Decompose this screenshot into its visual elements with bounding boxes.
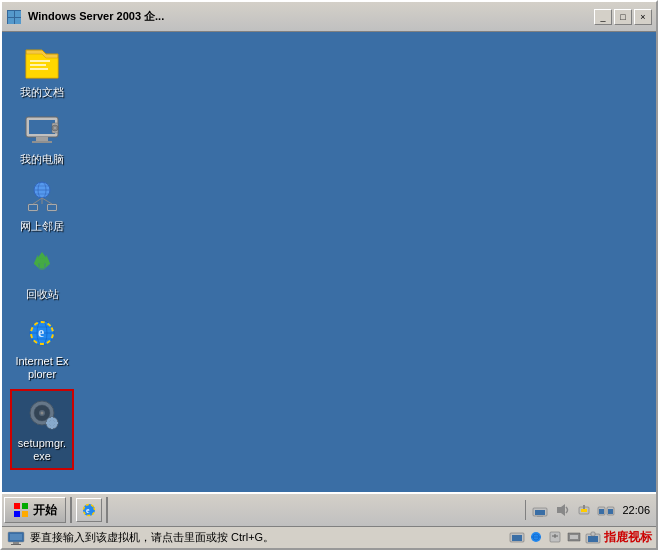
svg-rect-66 [10, 534, 22, 540]
svg-rect-55 [535, 510, 545, 515]
desktop-icon-setupmgr[interactable]: setupmgr.exe [10, 389, 74, 469]
svg-rect-80 [588, 536, 598, 542]
window-title: Windows Server 2003 企... [28, 9, 594, 24]
my-documents-label: 我的文档 [20, 86, 64, 99]
window-content: 我的文档 [2, 32, 656, 548]
ie-icon: e [22, 313, 62, 353]
window: Windows Server 2003 企... _ □ × [0, 0, 658, 550]
taskbar-separator-1 [70, 497, 72, 523]
my-computer-icon [22, 111, 62, 151]
status-icon-2[interactable] [528, 529, 544, 545]
desktop-icons-container: 我的文档 [10, 40, 74, 470]
status-icon-1[interactable] [509, 529, 525, 545]
desktop-icon-my-computer[interactable]: 我的电脑 [10, 107, 74, 170]
status-vm-icon[interactable] [6, 528, 26, 548]
svg-rect-2 [15, 11, 21, 17]
windows-logo-icon [13, 502, 29, 518]
status-icons-right: 指鹿视标 [509, 529, 652, 546]
svg-rect-48 [22, 503, 28, 509]
ie-label: Internet Explorer [14, 355, 70, 381]
window-controls: _ □ × [594, 9, 652, 25]
tray-icon-power[interactable] [574, 500, 594, 520]
svg-rect-11 [29, 120, 55, 134]
svg-rect-49 [14, 511, 20, 517]
my-documents-icon [22, 44, 62, 84]
tray-icon-network2[interactable] [596, 500, 616, 520]
network-icon [22, 178, 62, 218]
svg-line-27 [42, 198, 52, 204]
setupmgr-icon [22, 395, 62, 435]
svg-marker-57 [557, 504, 565, 516]
taskbar-separator-2 [106, 497, 108, 523]
system-tray: 22:06 [525, 500, 654, 520]
status-icon-4[interactable] [566, 529, 582, 545]
svg-rect-3 [8, 18, 14, 24]
desktop-icon-my-documents[interactable]: 我的文档 [10, 40, 74, 103]
svg-rect-68 [11, 544, 21, 545]
svg-rect-9 [30, 68, 48, 70]
quicklaunch-ie-button[interactable]: e [76, 498, 102, 522]
svg-rect-1 [8, 11, 14, 17]
svg-rect-67 [13, 542, 19, 544]
svg-rect-60 [583, 505, 585, 509]
desktop-icon-recycle-bin[interactable]: 回收站 [10, 242, 74, 305]
svg-rect-59 [581, 509, 587, 512]
svg-rect-56 [537, 516, 543, 517]
minimize-button[interactable]: _ [594, 9, 612, 25]
svg-rect-47 [14, 503, 20, 509]
status-bar: 要直接输入到该虚拟机，请点击里面或按 Ctrl+G。 [2, 526, 656, 548]
recycle-bin-label: 回收站 [26, 288, 59, 301]
svg-text:e: e [38, 325, 44, 340]
taskbar: 开始 e [2, 492, 656, 526]
taskbar-task-area [112, 497, 523, 523]
system-clock: 22:06 [618, 504, 654, 516]
close-button[interactable]: × [634, 9, 652, 25]
window-icon [6, 9, 22, 25]
setupmgr-label: setupmgr.exe [16, 437, 68, 463]
title-bar: Windows Server 2003 企... _ □ × [2, 2, 656, 32]
svg-rect-62 [599, 509, 604, 514]
svg-rect-4 [15, 18, 21, 24]
svg-rect-12 [36, 137, 48, 141]
desktop-icon-ie[interactable]: e Internet Explorer [10, 309, 74, 385]
svg-rect-64 [608, 509, 613, 514]
desktop-icon-network[interactable]: 网上邻居 [10, 174, 74, 237]
svg-rect-8 [30, 64, 46, 66]
svg-rect-25 [48, 205, 56, 210]
status-icon-5[interactable] [585, 529, 601, 545]
desktop[interactable]: 我的文档 [2, 32, 656, 492]
svg-rect-50 [22, 511, 28, 517]
tray-icon-sound[interactable] [552, 500, 572, 520]
recycle-bin-icon [22, 246, 62, 286]
svg-text:e: e [86, 506, 90, 515]
svg-point-29 [38, 262, 46, 270]
status-text: 要直接输入到该虚拟机，请点击里面或按 Ctrl+G。 [30, 530, 505, 545]
start-label: 开始 [33, 502, 57, 519]
svg-rect-23 [29, 205, 37, 210]
svg-rect-7 [30, 60, 50, 62]
restore-button[interactable]: □ [614, 9, 632, 25]
svg-point-16 [54, 127, 56, 129]
vmware-brand-text: 指鹿视标 [604, 529, 652, 546]
network-label: 网上邻居 [20, 220, 64, 233]
svg-rect-78 [570, 535, 578, 539]
svg-rect-13 [32, 141, 52, 143]
start-button[interactable]: 开始 [4, 497, 66, 523]
svg-rect-81 [591, 532, 595, 536]
svg-rect-70 [512, 535, 522, 541]
my-computer-label: 我的电脑 [20, 153, 64, 166]
quick-launch: e [76, 498, 102, 522]
svg-line-26 [33, 198, 42, 204]
status-icon-3[interactable] [547, 529, 563, 545]
tray-icon-network[interactable] [530, 500, 550, 520]
svg-point-40 [41, 412, 44, 415]
